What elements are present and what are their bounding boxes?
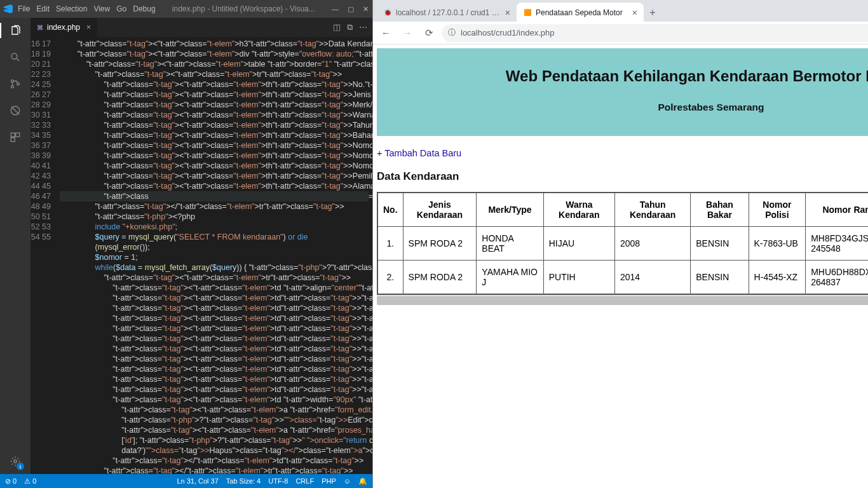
tab-close-icon[interactable]: × [632, 8, 637, 18]
table-row: 1.SPM RODA 2HONDA BEATHIJAU2008BENSINK-7… [378, 227, 869, 261]
site-info-icon[interactable]: ⓘ [448, 27, 456, 38]
compare-icon[interactable]: ⧉ [347, 22, 353, 32]
close-icon[interactable]: ✕ [363, 5, 369, 13]
phpmyadmin-favicon-icon: 🐞 [383, 8, 392, 17]
vscode-window: File Edit Selection View Go Debug index.… [0, 0, 372, 488]
new-tab-button[interactable]: + [644, 4, 661, 22]
svg-rect-5 [11, 133, 15, 137]
back-button[interactable]: ← [377, 24, 395, 42]
add-data-link[interactable]: + Tambah Data Baru [377, 148, 461, 158]
menu-view[interactable]: View [93, 4, 110, 13]
tab-title: localhost / 127.0.0.1 / crud1 | ph… [396, 8, 501, 17]
browser-toolbar: ← → ⟳ ⓘ localhost/crud1/index.php 🗛 ☆ 📷 … [373, 22, 868, 44]
address-bar[interactable]: ⓘ localhost/crud1/index.php [442, 24, 868, 42]
editor-area: ⌘ index.php × ◫ ⧉ ⋯ 16 17 18 19 20 21 22… [31, 18, 372, 474]
menu-debug[interactable]: Debug [133, 4, 155, 13]
status-tabsize[interactable]: Tab Size: 4 [226, 477, 261, 485]
browser-tab-phpmyadmin[interactable]: 🐞 localhost / 127.0.0.1 / crud1 | ph… × [377, 3, 517, 22]
table-header-cell: Nomor Polisi [749, 193, 806, 227]
svg-rect-7 [11, 138, 15, 142]
explorer-icon[interactable] [0, 23, 31, 38]
forward-button[interactable]: → [398, 24, 416, 42]
table-cell: SPM RODA 2 [403, 261, 477, 294]
menu-edit[interactable]: Edit [36, 4, 50, 13]
table-header-cell: Jenis Kendaraan [403, 193, 477, 227]
source-control-icon[interactable] [8, 76, 23, 92]
table-cell: PUTIH [543, 261, 614, 294]
browser-tabstrip: 🐞 localhost / 127.0.0.1 / crud1 | ph… × … [373, 0, 868, 22]
url-text: localhost/crud1/index.php [461, 28, 554, 37]
debug-icon[interactable] [8, 103, 23, 118]
settings-gear-icon[interactable] [8, 454, 23, 469]
svg-point-0 [11, 53, 17, 59]
table-cell: SPM RODA 2 [403, 227, 477, 261]
status-errors[interactable]: ⊘ 0 [5, 477, 17, 485]
table-body: 1.SPM RODA 2HONDA BEATHIJAU2008BENSINK-7… [378, 227, 869, 294]
vscode-window-title: index.php - Untitled (Workspace) - Visua… [156, 4, 332, 13]
table-cell: 2008 [615, 227, 691, 261]
horizontal-scrollbar[interactable]: ◀ ▶ [377, 295, 868, 305]
status-eol[interactable]: CRLF [295, 477, 314, 485]
vscode-titlebar[interactable]: File Edit Selection View Go Debug index.… [0, 0, 372, 18]
more-actions-icon[interactable]: ⋯ [359, 22, 367, 32]
editor-tabs: ⌘ index.php × ◫ ⧉ ⋯ [31, 18, 372, 37]
status-warnings[interactable]: ⚠ 0 [24, 477, 36, 485]
table-header-cell: Nomor Rangka [806, 193, 868, 227]
browser-tab-pendataan[interactable]: 🟧 Pendataan Sepeda Motor × [517, 3, 644, 22]
table-row: 2.SPM RODA 2YAMAHA MIO JPUTIH2014BENSINH… [378, 261, 869, 294]
page-content[interactable]: Web Pendataan Kehilangan Kendaraan Bermo… [373, 44, 868, 488]
status-encoding[interactable]: UTF-8 [268, 477, 288, 485]
status-language[interactable]: PHP [322, 477, 336, 485]
menu-file[interactable]: File [18, 4, 30, 13]
menu-go[interactable]: Go [116, 4, 126, 13]
status-cursor[interactable]: Ln 31, Col 37 [177, 477, 218, 485]
table-header-cell: No. [378, 193, 403, 227]
scrollbar-thumb[interactable] [377, 296, 868, 305]
maximize-icon[interactable]: ▢ [348, 5, 354, 13]
status-feedback-icon[interactable]: ☺ [344, 477, 351, 485]
search-icon[interactable] [8, 50, 23, 65]
tab-close-icon[interactable]: × [86, 23, 91, 32]
table-cell: HONDA BEAT [477, 227, 543, 261]
table-header-cell: Bahan Bakar [691, 193, 749, 227]
svg-point-2 [11, 86, 14, 88]
table-cell: MH8FD34GJSX-245548 [806, 227, 868, 261]
tab-close-icon[interactable]: × [505, 8, 510, 18]
page-banner: Web Pendataan Kehilangan Kendaraan Bermo… [377, 48, 868, 136]
status-bell-icon[interactable]: 🔔 [358, 477, 367, 485]
table-cell: BENSIN [691, 227, 749, 261]
vscode-window-controls: — ▢ ✕ [332, 5, 369, 13]
chrome-window: 🐞 localhost / 127.0.0.1 / crud1 | ph… × … [372, 0, 868, 488]
minimize-icon[interactable]: — [332, 5, 339, 13]
table-cell: MHU6DH88DX-264837 [806, 261, 868, 294]
table-header-cell: Merk/Type [477, 193, 543, 227]
svg-point-1 [11, 80, 14, 83]
code-content[interactable]: "t-attr">class="t-tag"><"t-attr">class="… [60, 37, 372, 474]
svg-point-8 [14, 460, 17, 463]
table-header-row: No.Jenis KendaraanMerk/TypeWarna Kendara… [378, 193, 869, 227]
section-heading: Data Kendaraan [377, 170, 868, 183]
extensions-icon[interactable] [8, 130, 23, 145]
editor-tab-indexphp[interactable]: ⌘ index.php × [31, 18, 98, 37]
line-number-gutter: 16 17 18 19 20 21 22 23 24 25 26 27 28 2… [31, 37, 60, 474]
tab-title: Pendataan Sepeda Motor [536, 8, 628, 17]
data-table-wrapper[interactable]: No.Jenis KendaraanMerk/TypeWarna Kendara… [377, 192, 868, 295]
table-cell: 1. [378, 227, 403, 261]
xampp-favicon-icon: 🟧 [523, 8, 532, 17]
table-header-cell: Tahun Kendaraan [615, 193, 691, 227]
table-cell: BENSIN [691, 261, 749, 294]
table-cell: 2014 [615, 261, 691, 294]
tab-label: index.php [47, 23, 80, 32]
svg-rect-6 [16, 133, 20, 137]
menu-selection[interactable]: Selection [56, 4, 87, 13]
activity-bar [0, 18, 31, 474]
code-editor[interactable]: 16 17 18 19 20 21 22 23 24 25 26 27 28 2… [31, 37, 372, 474]
table-cell: H-4545-XZ [749, 261, 806, 294]
banner-subtitle: Polrestabes Semarang [383, 102, 868, 113]
table-cell: HIJAU [543, 227, 614, 261]
data-table: No.Jenis KendaraanMerk/TypeWarna Kendara… [377, 193, 868, 294]
split-editor-icon[interactable]: ◫ [333, 22, 341, 32]
reload-button[interactable]: ⟳ [420, 24, 438, 42]
status-bar: ⊘ 0 ⚠ 0 Ln 31, Col 37 Tab Size: 4 UTF-8 … [0, 474, 372, 488]
vscode-menu: File Edit Selection View Go Debug [18, 4, 156, 13]
